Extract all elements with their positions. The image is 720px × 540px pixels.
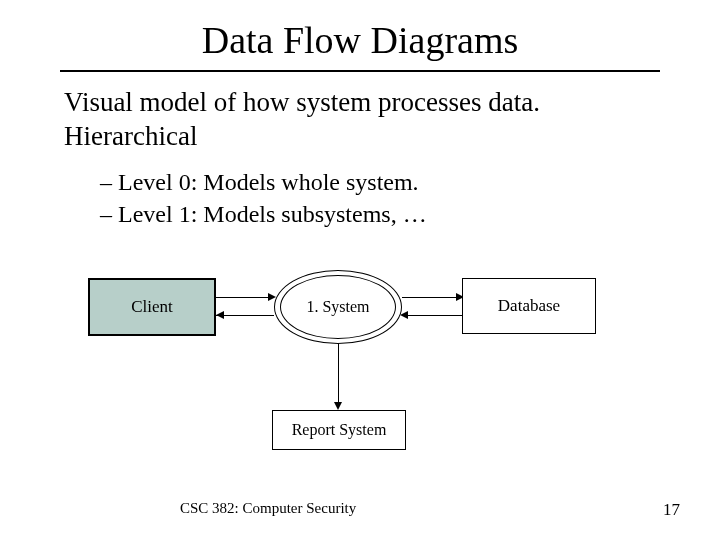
title-underline bbox=[60, 70, 660, 72]
node-report: Report System bbox=[272, 410, 406, 450]
slide-title: Data Flow Diagrams bbox=[0, 18, 720, 62]
node-report-label: Report System bbox=[292, 421, 387, 439]
node-database-label: Database bbox=[498, 296, 560, 316]
slide: Data Flow Diagrams Visual model of how s… bbox=[0, 0, 720, 540]
body-text: Visual model of how system processes dat… bbox=[64, 86, 540, 154]
subpoint-1: – Level 0: Models whole system. bbox=[100, 166, 427, 198]
footer-page-number: 17 bbox=[663, 500, 680, 520]
node-client: Client bbox=[88, 278, 216, 336]
connector-client-system-top bbox=[216, 297, 274, 298]
node-database: Database bbox=[462, 278, 596, 334]
flow-diagram: Client 1. System Database Report System bbox=[0, 270, 720, 480]
connector-system-report bbox=[338, 344, 339, 404]
connector-system-database-bottom bbox=[402, 315, 462, 316]
body-line-1: Visual model of how system processes dat… bbox=[64, 86, 540, 120]
node-system-label: 1. System bbox=[306, 298, 369, 316]
arrowhead-to-client bbox=[216, 311, 224, 319]
node-system: 1. System bbox=[280, 275, 396, 339]
footer-course: CSC 382: Computer Security bbox=[180, 500, 356, 517]
connector-client-system-bottom bbox=[216, 315, 274, 316]
body-line-2: Hierarchical bbox=[64, 120, 540, 154]
connector-system-database-top bbox=[402, 297, 462, 298]
subpoint-2: – Level 1: Models subsystems, … bbox=[100, 198, 427, 230]
subpoints: – Level 0: Models whole system. – Level … bbox=[100, 166, 427, 231]
arrowhead-to-report bbox=[334, 402, 342, 410]
node-client-label: Client bbox=[131, 297, 173, 317]
